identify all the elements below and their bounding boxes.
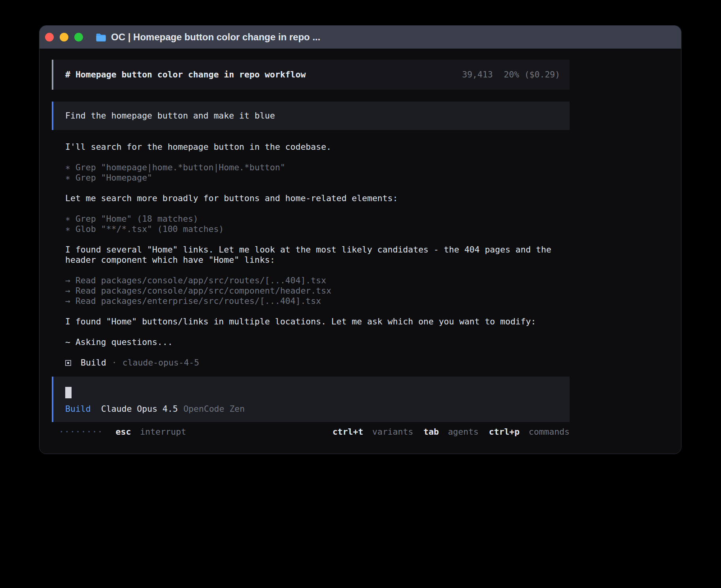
- agent-model: claude-opus-4-5: [123, 358, 199, 368]
- tool-call-read: → Read packages/enterprise/src/routes/[.…: [65, 296, 570, 306]
- assistant-text: Let me search more broadly for buttons a…: [65, 193, 570, 204]
- status-line: ~ Asking questions...: [65, 337, 570, 347]
- mode-label[interactable]: Build: [65, 404, 91, 414]
- terminal-window: OC | Homepage button color change in rep…: [39, 25, 681, 454]
- tool-call-glob: ∗ Glob "**/*.tsx" (100 matches): [65, 224, 570, 234]
- titlebar[interactable]: OC | Homepage button color change in rep…: [40, 26, 681, 49]
- user-message: Find the homepage button and make it blu…: [52, 102, 570, 130]
- session-content: # Homepage button color change in repo w…: [52, 60, 570, 437]
- hint-agents-label: agents: [448, 427, 479, 437]
- context-cost: 20% ($0.29): [504, 70, 560, 80]
- progress-dots: ········: [59, 427, 103, 437]
- minimize-button[interactable]: [60, 33, 68, 41]
- tool-call-read: → Read packages/console/app/src/routes/[…: [65, 275, 570, 286]
- footer-right: ctrl+t variants tab agents ctrl+p comman…: [332, 427, 570, 437]
- tool-call-group: ∗ Grep "homepage|home.*button|Home.*butt…: [65, 162, 570, 183]
- zoom-button[interactable]: [74, 33, 83, 41]
- text-cursor: [65, 387, 72, 398]
- traffic-lights: [45, 33, 83, 41]
- tool-call-group: → Read packages/console/app/src/routes/[…: [65, 275, 570, 306]
- session-stats: 39,413 20% ($0.29): [462, 70, 560, 80]
- provider-label: OpenCode Zen: [183, 404, 245, 414]
- footer-hints: ········ esc interrupt ctrl+t variants t…: [52, 427, 570, 437]
- hint-variants-label: variants: [372, 427, 413, 437]
- agent-name: Build: [81, 358, 106, 368]
- close-button[interactable]: [45, 33, 54, 41]
- footer-left: ········ esc interrupt: [59, 427, 186, 437]
- assistant-text: I'll search for the homepage button in t…: [65, 142, 570, 152]
- hint-interrupt: esc interrupt: [116, 427, 186, 437]
- tool-call-grep: ∗ Grep "Home" (18 matches): [65, 214, 570, 224]
- model-label[interactable]: Claude Opus 4.5: [101, 404, 178, 414]
- user-message-text: Find the homepage button and make it blu…: [65, 111, 275, 121]
- key-esc: esc: [116, 427, 131, 437]
- key-tab: tab: [423, 427, 439, 437]
- agent-icon: [65, 360, 71, 366]
- tool-call-grep: ∗ Grep "homepage|home.*button|Home.*butt…: [65, 162, 570, 173]
- session-title: # Homepage button color change in repo w…: [65, 70, 306, 80]
- folder-icon: [96, 33, 106, 41]
- window-title: OC | Homepage button color change in rep…: [111, 32, 320, 43]
- assistant-text: I found several "Home" links. Let me loo…: [65, 245, 570, 265]
- agent-separator: ·: [112, 358, 117, 368]
- tool-call-read: → Read packages/console/app/src/componen…: [65, 286, 570, 296]
- hint-interrupt-label: interrupt: [140, 427, 186, 437]
- input-status-bar: Build Claude Opus 4.5 OpenCode Zen: [65, 404, 560, 414]
- key-ctrl-p: ctrl+p: [489, 427, 520, 437]
- hint-variants: ctrl+t variants: [332, 427, 413, 437]
- tool-call-group: ∗ Grep "Home" (18 matches) ∗ Glob "**/*.…: [65, 214, 570, 234]
- session-header: # Homepage button color change in repo w…: [52, 60, 570, 90]
- tool-call-grep: ∗ Grep "Homepage": [65, 173, 570, 183]
- hint-commands-label: commands: [528, 427, 570, 437]
- token-count: 39,413: [462, 70, 493, 80]
- key-ctrl-t: ctrl+t: [332, 427, 363, 437]
- hint-commands: ctrl+p commands: [489, 427, 570, 437]
- assistant-text: I found "Home" buttons/links in multiple…: [65, 317, 570, 327]
- hint-agents: tab agents: [423, 427, 478, 437]
- prompt-input[interactable]: Build Claude Opus 4.5 OpenCode Zen: [52, 377, 570, 422]
- agent-line: Build · claude-opus-4-5: [65, 358, 570, 368]
